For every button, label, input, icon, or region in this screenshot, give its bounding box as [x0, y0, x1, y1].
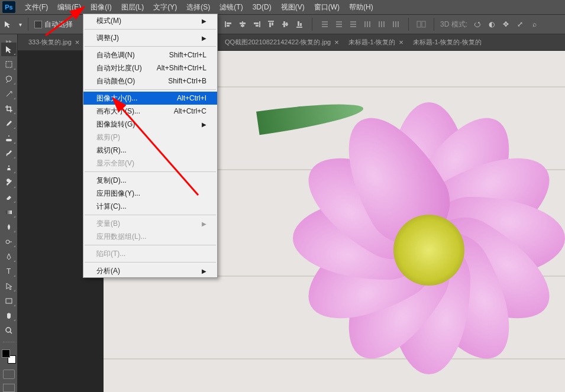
hand-tool[interactable]	[1, 309, 17, 322]
divider	[434, 18, 434, 31]
menu-item[interactable]: 调整(J)▶	[83, 31, 217, 44]
menu-item[interactable]: 图像大小(I)...Alt+Ctrl+I	[83, 92, 217, 105]
svg-rect-23	[336, 26, 342, 27]
type-tool[interactable]: T	[1, 264, 17, 278]
zoom-tool[interactable]	[1, 323, 17, 337]
tab-doc-4[interactable]: 未标题-1-恢复的×	[344, 34, 408, 50]
align-group	[222, 18, 306, 31]
menu-window[interactable]: 窗口(W)	[309, 1, 344, 14]
align-center-h-icon[interactable]	[236, 18, 249, 31]
menu-edit[interactable]: 编辑(E)	[53, 1, 86, 14]
tab-doc-1[interactable]: 333-恢复的.jpg×	[24, 34, 84, 50]
align-left-icon[interactable]	[222, 18, 235, 31]
menu-file[interactable]: 文件(F)	[20, 1, 53, 14]
menu-item[interactable]: 图像旋转(G)▶	[83, 118, 217, 131]
rectangle-tool[interactable]	[1, 294, 17, 307]
panel-grip-icon[interactable]: ▸▸	[3, 38, 15, 41]
3d-orbit-icon[interactable]: ⭯	[471, 18, 484, 31]
menu-item[interactable]: 自动色调(N)Shift+Ctrl+L	[83, 48, 217, 61]
svg-rect-37	[422, 21, 425, 27]
menu-item-label: 裁剪(P)	[96, 132, 120, 142]
menu-layer[interactable]: 图层(L)	[117, 1, 149, 14]
3d-roll-icon[interactable]: ◐	[485, 18, 498, 31]
path-selection-tool[interactable]	[1, 279, 17, 293]
svg-rect-1	[227, 22, 231, 24]
quick-mask-button[interactable]	[3, 370, 15, 379]
align-bottom-icon[interactable]	[293, 18, 306, 31]
menu-item[interactable]: 裁切(R)...	[83, 144, 217, 157]
menu-item[interactable]: 模式(M)▶	[83, 14, 217, 27]
menu-item-label: 自动色调(N)	[96, 50, 135, 60]
spot-healing-brush-tool[interactable]	[1, 131, 17, 145]
menu-item[interactable]: 自动颜色(O)Shift+Ctrl+B	[83, 74, 217, 88]
color-swatches[interactable]	[2, 349, 16, 364]
menu-select[interactable]: 选择(S)	[182, 1, 215, 14]
menu-filter[interactable]: 滤镜(T)	[215, 1, 247, 14]
flower-center	[393, 215, 464, 286]
auto-align-icon[interactable]	[415, 18, 428, 31]
svg-rect-6	[259, 21, 260, 27]
history-brush-tool[interactable]	[1, 176, 17, 189]
menu-help[interactable]: 帮助(H)	[344, 1, 378, 14]
3d-slide-icon[interactable]: ⤢	[514, 18, 527, 31]
menu-item[interactable]: 复制(D)...	[83, 174, 217, 187]
dropdown-arrow-icon[interactable]: ▾	[19, 21, 22, 28]
menu-item[interactable]: 自动对比度(U)Alt+Shift+Ctrl+L	[83, 61, 217, 74]
menu-item[interactable]: 计算(C)...	[83, 200, 217, 213]
rectangular-marquee-tool[interactable]	[1, 57, 17, 71]
align-right-icon[interactable]	[250, 18, 263, 31]
menu-image[interactable]: 图像(I)	[86, 1, 116, 14]
brush-tool[interactable]	[1, 146, 17, 160]
close-icon[interactable]: ×	[75, 38, 80, 47]
distribute-top-icon[interactable]	[318, 18, 331, 31]
screen-mode-button[interactable]	[3, 384, 15, 392]
3d-pan-icon[interactable]: ✥	[499, 18, 512, 31]
distribute-v-center-icon[interactable]	[332, 18, 346, 31]
close-icon[interactable]: ×	[399, 38, 403, 47]
close-icon[interactable]: ×	[334, 38, 339, 47]
magic-wand-tool[interactable]	[1, 87, 17, 101]
tab-doc-5[interactable]: 未标题-1-恢复的-恢复的	[408, 34, 486, 50]
distribute-left-icon[interactable]	[361, 18, 374, 31]
menu-item-label: 计算(C)...	[96, 202, 127, 212]
gradient-tool[interactable]	[1, 205, 17, 219]
clone-stamp-tool[interactable]	[1, 161, 17, 174]
mode-3d-label: 3D 模式:	[440, 20, 467, 30]
3d-zoom-icon[interactable]: ⌕	[528, 18, 541, 31]
align-center-v-icon[interactable]	[279, 18, 292, 31]
auto-select-checkbox[interactable]: 自动选择	[34, 20, 73, 30]
eyedropper-tool[interactable]	[1, 116, 17, 130]
svg-point-44	[6, 328, 11, 332]
menu-item[interactable]: 画布大小(S)...Alt+Ctrl+C	[83, 105, 217, 118]
svg-rect-34	[395, 21, 396, 27]
foreground-color-swatch[interactable]	[2, 349, 10, 358]
eraser-tool[interactable]	[1, 190, 17, 204]
svg-rect-13	[283, 21, 285, 27]
menu-type[interactable]: 文字(Y)	[148, 1, 182, 14]
dodge-tool[interactable]	[1, 235, 17, 248]
distribute-bottom-icon[interactable]	[347, 18, 360, 31]
blur-tool[interactable]	[1, 220, 17, 234]
menu-3d[interactable]: 3D(D)	[248, 1, 276, 13]
svg-rect-18	[322, 21, 328, 22]
tools-panel: ▸▸ T	[0, 34, 18, 392]
menu-item: 陷印(T)...	[83, 247, 217, 260]
align-top-icon[interactable]	[264, 18, 277, 31]
distribute-h-center-icon[interactable]	[375, 18, 388, 31]
svg-text:T: T	[7, 267, 11, 276]
menu-item[interactable]: 应用图像(Y)...	[83, 187, 217, 200]
svg-rect-33	[393, 21, 394, 27]
tab-label: 未标题-1-恢复的-恢复的	[413, 38, 482, 47]
tab-label: QQ截图20210822142422-恢复的.jpg	[225, 38, 331, 47]
svg-rect-10	[269, 22, 271, 27]
distribute-right-icon[interactable]	[389, 18, 402, 31]
pen-tool[interactable]	[1, 250, 17, 263]
menu-view[interactable]: 视图(V)	[276, 1, 309, 14]
svg-rect-20	[322, 26, 328, 27]
lasso-tool[interactable]	[1, 72, 17, 86]
crop-tool[interactable]	[1, 102, 17, 115]
menu-item[interactable]: 分析(A)▶	[83, 264, 217, 277]
move-tool[interactable]	[1, 43, 17, 56]
tab-doc-3[interactable]: QQ截图20210822142422-恢复的.jpg×	[220, 34, 344, 50]
menu-separator	[85, 89, 216, 90]
